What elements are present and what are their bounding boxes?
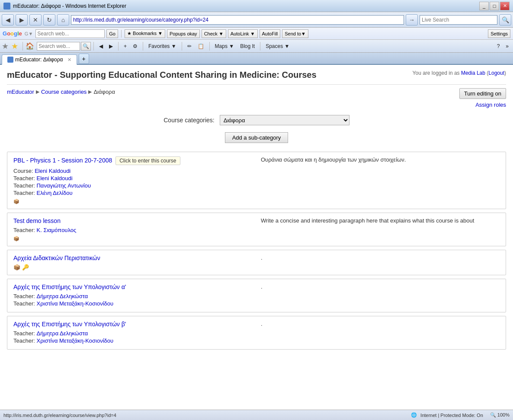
turn-editing-button[interactable]: Turn editing on [459, 88, 506, 99]
course-item-inner-3: Αρχεία Διδακτικών Περιστατικών 📦 🔑 . [13, 255, 500, 270]
secondary-search-input[interactable] [37, 42, 80, 51]
login-user-link[interactable]: Media Lab [461, 70, 485, 76]
status-zoom: 🔍 100% [490, 412, 510, 418]
forward-button[interactable]: ▶ [16, 14, 28, 25]
settings-button[interactable]: Settings [488, 29, 510, 38]
course-teacher-4-1: Teacher: Χριστίνα Μεταξάκη-Κοσιονίδου [13, 300, 252, 307]
course-description-4: . [252, 283, 500, 308]
course-teacher-2-0: Teacher: Κ. Σιαμόπουλος [13, 227, 252, 233]
star-icon: ★ [2, 41, 9, 51]
google-go-button[interactable]: Go [106, 29, 118, 38]
assign-roles-link[interactable]: Assign roles [475, 102, 506, 108]
home-icon: 🏠 [26, 42, 34, 50]
google-logo: Google [3, 30, 22, 37]
course-link-5[interactable]: Αρχές της Επιστήμης των Υπολογιστών β' [13, 321, 126, 328]
logout-link[interactable]: Logout [488, 70, 504, 76]
active-tab[interactable]: mEducator: Διάφορα ✕ [2, 54, 77, 65]
teacher-link-2[interactable]: Παναγιώτης Αντωνίου [36, 182, 91, 189]
sendto-button[interactable]: Send to▼ [282, 29, 308, 38]
course-item: Αρχές της Επιστήμης των Υπολογιστών α' T… [7, 279, 506, 312]
assign-roles-row: Assign roles [7, 102, 506, 108]
tab-label: mEducator: Διάφορα [15, 57, 63, 63]
go-button[interactable]: → [406, 14, 418, 25]
course-link-4[interactable]: Αρχές της Επιστήμης των Υπολογιστών α' [13, 283, 126, 290]
course-link-3[interactable]: Αρχεία Διδακτικών Περιστατικών [13, 255, 100, 261]
stop-button[interactable]: ✕ [29, 14, 42, 25]
course-item-inner: PBL - Physics 1 - Session 20-7-2008 Clic… [13, 156, 500, 204]
search-go-button[interactable]: 🔍 [499, 14, 511, 25]
check-button[interactable]: Check ▼ [202, 29, 226, 38]
autolink-button[interactable]: AutoLink ▼ [228, 29, 258, 38]
fwd-nav-button[interactable]: ▶ [106, 41, 115, 51]
google-search-input[interactable] [35, 29, 105, 38]
teacher-link-0[interactable]: Eleni Kaldoudi [35, 168, 71, 174]
add-page-button[interactable]: + [121, 41, 129, 51]
ie-secondary-toolbar: ★ ★ 🏠 🔍 ◀ ▶ + ⚙ Favorites ▼ ✏ 📋 Maps ▼ B… [0, 40, 513, 53]
course-link-2[interactable]: Test demo lesson [13, 217, 61, 224]
breadcrumb-row: mEducator ▶ Course categories ▶ Διάφορα … [7, 88, 506, 99]
minimize-button[interactable]: _ [479, 2, 489, 10]
globe-icon: 🌐 [411, 412, 417, 418]
search-button[interactable]: 🔍 [81, 42, 91, 51]
back-nav-button[interactable]: ◀ [96, 41, 106, 51]
edit-button[interactable]: ✏ [185, 41, 194, 51]
browser-icon [3, 3, 10, 10]
course-description-1: Ουράνια σώματα και η δημιουργία των χημι… [252, 156, 500, 204]
course-description-3: . [252, 255, 500, 270]
course-item: Αρχεία Διδακτικών Περιστατικών 📦 🔑 . [7, 250, 506, 275]
favorites-button[interactable]: Favorites ▼ [146, 41, 179, 51]
maximize-button[interactable]: □ [490, 2, 499, 10]
breadcrumb-current: Διάφορα [93, 89, 115, 95]
course-teacher-1: Teacher: Eleni Kaldoudi [13, 175, 252, 181]
spaces-button[interactable]: Spaces ▼ [263, 41, 292, 51]
status-url: http://iris.med.duth.gr/elearning/course… [3, 413, 407, 418]
bookmarks-button[interactable]: ★ Bookmarks ▼ [125, 29, 165, 38]
window-title: mEducator: Διάφορα - Windows Internet Ex… [13, 3, 479, 9]
page-options-button[interactable]: ⚙ [130, 41, 140, 51]
star2-icon: ★ [11, 41, 18, 51]
refresh-button[interactable]: ↻ [43, 14, 55, 25]
home-button[interactable]: ⌂ [57, 14, 69, 25]
course-tooltip: Click to enter this course [115, 156, 180, 165]
tab-close-icon[interactable]: ✕ [67, 57, 71, 63]
course-item-left-3: Αρχεία Διδακτικών Περιστατικών 📦 🔑 [13, 255, 252, 270]
teacher-link-4-1[interactable]: Χριστίνα Μεταξάκη-Κοσιονίδου [36, 300, 113, 307]
new-tab-button[interactable]: + [79, 54, 89, 64]
course-title-5: Αρχές της Επιστήμης των Υπολογιστών β' [13, 321, 252, 328]
teacher-link-3[interactable]: Ελένη Δελίδου [36, 190, 72, 196]
course-icon-1: 📦 [13, 199, 252, 204]
blog-it-button[interactable]: Blog It [237, 41, 257, 51]
course-link[interactable]: PBL - Physics 1 - Session 20-7-2008 [13, 157, 112, 164]
sep7 [260, 42, 260, 51]
teacher-link-2-0[interactable]: Κ. Σιαμόπουλος [36, 227, 76, 233]
help-button[interactable]: ? [494, 41, 503, 51]
page-header: mEducator - Supporting Educational Conte… [7, 70, 506, 85]
back-button[interactable]: ◀ [2, 14, 14, 25]
close-button[interactable]: ✕ [500, 2, 510, 10]
breadcrumb-middle-link[interactable]: Course categories [41, 89, 87, 95]
google-toolbar: Google G▼ Go ★ Bookmarks ▼ Popups okay C… [0, 28, 513, 40]
more-button[interactable]: » [503, 41, 511, 51]
add-subcategory-button[interactable]: Add a sub-category [225, 132, 289, 143]
sep4 [143, 42, 143, 51]
teacher-link-1[interactable]: Eleni Kaldoudi [36, 175, 72, 181]
teacher-link-5-0[interactable]: Δήμητρα Δεληκώστα [36, 330, 88, 337]
course-item: Αρχές της Επιστήμης των Υπολογιστών β' T… [7, 316, 506, 350]
course-item: Test demo lesson Teacher: Κ. Σιαμόπουλος… [7, 213, 506, 246]
popups-button[interactable]: Popups okay [167, 29, 200, 38]
window-controls[interactable]: _ □ ✕ [479, 2, 510, 10]
course-teacher-5-1: Teacher: Χριστίνα Μεταξάκη-Κοσιονίδου [13, 337, 252, 344]
sep5 [182, 42, 182, 51]
rss-button[interactable]: 📋 [195, 41, 207, 51]
teacher-link-4-0[interactable]: Δήμητρα Δεληκώστα [36, 293, 88, 299]
course-category-select[interactable]: Διάφορα [220, 115, 349, 125]
status-bar: http://iris.med.duth.gr/elearning/course… [0, 410, 513, 420]
maps-button[interactable]: Maps ▼ [212, 41, 237, 51]
breadcrumb-root-link[interactable]: mEducator [7, 89, 34, 95]
search-input[interactable] [420, 15, 497, 25]
toolbar-sep-1 [121, 30, 122, 38]
address-input[interactable] [71, 15, 404, 25]
course-teacher-3: Teacher: Ελένη Δελίδου [13, 190, 252, 196]
teacher-link-5-1[interactable]: Χριστίνα Μεταξάκη-Κοσιονίδου [36, 337, 113, 344]
autofill-button[interactable]: AutoFill [260, 29, 281, 38]
